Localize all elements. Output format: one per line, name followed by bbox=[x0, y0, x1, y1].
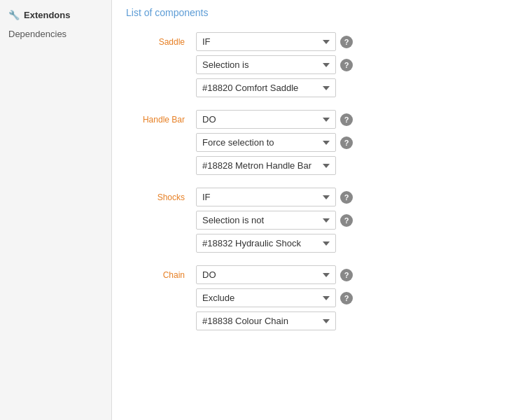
shocks-condition-select[interactable]: Selection is Selection is not Force sele… bbox=[196, 211, 336, 230]
handlebar-label: Handle Bar bbox=[126, 110, 196, 125]
shocks-condition-row: Selection is Selection is not Force sele… bbox=[196, 211, 511, 230]
sidebar-label-extendons: Extendons bbox=[24, 10, 70, 20]
saddle-value-select[interactable]: #18820 Comfort Saddle bbox=[196, 78, 336, 97]
handlebar-controls: IF DO ? Selection is Selection is not Fo… bbox=[196, 110, 511, 175]
chain-type-help-icon[interactable]: ? bbox=[340, 269, 353, 281]
handlebar-group: Handle Bar IF DO ? Selection is Selectio… bbox=[126, 110, 511, 175]
shocks-group: Shocks IF DO ? Selection is Selection is… bbox=[126, 188, 511, 253]
saddle-type-row: IF DO ? bbox=[196, 32, 511, 51]
saddle-label: Saddle bbox=[126, 32, 196, 47]
shocks-value-select[interactable]: #18832 Hydraulic Shock bbox=[196, 234, 336, 253]
handlebar-condition-help-icon[interactable]: ? bbox=[340, 136, 353, 149]
saddle-value-row: #18820 Comfort Saddle bbox=[196, 78, 511, 97]
chain-condition-row: Selection is Selection is not Force sele… bbox=[196, 288, 511, 307]
chain-value-select[interactable]: #18838 Colour Chain bbox=[196, 312, 336, 330]
saddle-condition-select[interactable]: Selection is Selection is not Force sele… bbox=[196, 55, 336, 74]
sidebar-label-dependencies: Dependencies bbox=[8, 29, 66, 39]
chain-value-row: #18838 Colour Chain bbox=[196, 312, 511, 330]
shocks-type-help-icon[interactable]: ? bbox=[340, 191, 353, 204]
saddle-controls: IF DO ? Selection is Selection is not Fo… bbox=[196, 32, 511, 97]
wrench-icon: 🔧 bbox=[8, 10, 20, 20]
saddle-type-help-icon[interactable]: ? bbox=[340, 36, 353, 48]
shocks-label: Shocks bbox=[126, 188, 196, 202]
saddle-group: Saddle IF DO ? Selection is Selection is… bbox=[126, 32, 511, 97]
saddle-condition-help-icon[interactable]: ? bbox=[340, 59, 353, 71]
chain-label: Chain bbox=[126, 265, 196, 280]
shocks-type-select[interactable]: IF DO bbox=[196, 188, 336, 206]
chain-controls: IF DO ? Selection is Selection is not Fo… bbox=[196, 265, 511, 330]
saddle-condition-row: Selection is Selection is not Force sele… bbox=[196, 55, 511, 74]
shocks-value-row: #18832 Hydraulic Shock bbox=[196, 234, 511, 253]
handlebar-type-row: IF DO ? bbox=[196, 110, 511, 129]
handlebar-value-row: #18828 Metron Handle Bar bbox=[196, 156, 511, 175]
sidebar: 🔧 Extendons Dependencies bbox=[0, 0, 112, 420]
chain-condition-help-icon[interactable]: ? bbox=[340, 292, 353, 304]
chain-type-row: IF DO ? bbox=[196, 265, 511, 284]
handlebar-value-select[interactable]: #18828 Metron Handle Bar bbox=[196, 156, 336, 175]
handlebar-type-select[interactable]: IF DO bbox=[196, 110, 336, 129]
page-title: List of components bbox=[126, 7, 511, 21]
handlebar-condition-select[interactable]: Selection is Selection is not Force sele… bbox=[196, 133, 336, 152]
chain-type-select[interactable]: IF DO bbox=[196, 265, 336, 284]
shocks-controls: IF DO ? Selection is Selection is not Fo… bbox=[196, 188, 511, 253]
main-content: List of components Saddle IF DO ? Select… bbox=[112, 0, 525, 420]
saddle-type-select[interactable]: IF DO bbox=[196, 32, 336, 51]
shocks-type-row: IF DO ? bbox=[196, 188, 511, 206]
handlebar-type-help-icon[interactable]: ? bbox=[340, 113, 353, 126]
sidebar-item-extendons[interactable]: 🔧 Extendons bbox=[0, 6, 111, 24]
chain-condition-select[interactable]: Selection is Selection is not Force sele… bbox=[196, 288, 336, 307]
sidebar-item-dependencies[interactable]: Dependencies bbox=[0, 24, 111, 43]
shocks-condition-help-icon[interactable]: ? bbox=[340, 214, 353, 227]
chain-group: Chain IF DO ? Selection is Selection is … bbox=[126, 265, 511, 330]
handlebar-condition-row: Selection is Selection is not Force sele… bbox=[196, 133, 511, 152]
